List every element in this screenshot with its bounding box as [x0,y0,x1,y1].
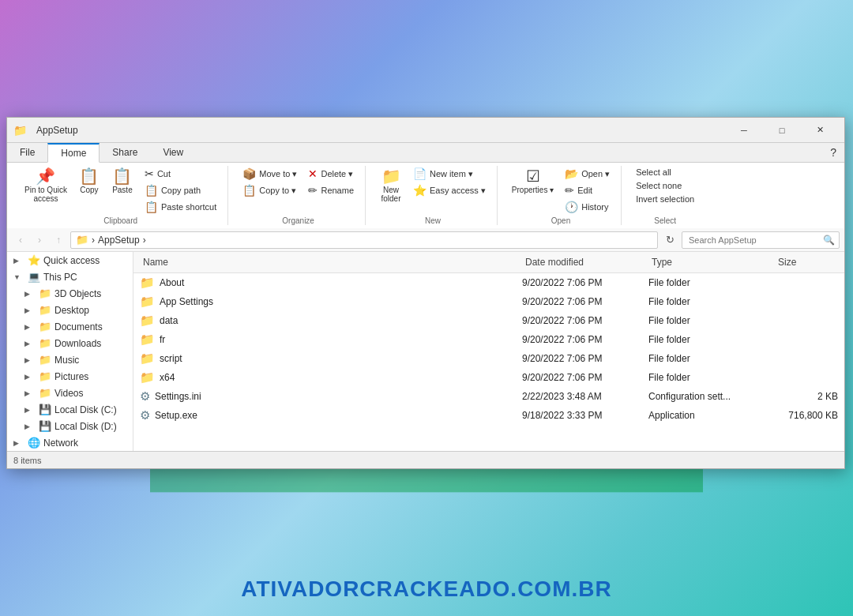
forward-button[interactable]: › [31,231,48,249]
open-label: Open ▾ [581,169,610,179]
clipboard-small-buttons: ✂ Cut 📋 Copy path 📋 Paste shortcut [140,166,221,215]
file-row[interactable]: 📁 App Settings 9/20/2022 7:06 PM File fo… [133,292,844,311]
nav-item-documents[interactable]: ▶ 📁 Documents [7,318,133,335]
delete-icon: ✕ [308,167,318,180]
copy-to-label: Copy to ▾ [259,186,296,196]
select-all-label: Select all [636,167,671,177]
col-name[interactable]: Name [140,255,522,269]
edit-button[interactable]: ✏ Edit [560,182,614,198]
col-date[interactable]: Date modified [522,255,648,269]
pin-quick-access-button[interactable]: 📌 Pin to Quickaccess [20,166,72,205]
music-label: Music [54,355,79,366]
nav-item-this-pc[interactable]: ▼ 💻 This PC [7,269,133,285]
ribbon-group-organize: 📦 Move to ▾ 📋 Copy to ▾ ✕ Delete ▾ ✏ [231,166,366,225]
select-buttons: Select all Select none Invert selection [631,166,699,215]
address-bar[interactable]: 📁 › AppSetup › [70,231,658,249]
watermark-text: ATIVADORCRACKEADO.COM.BR [241,577,611,601]
pictures-icon: 📁 [39,370,51,382]
file-type: File folder [648,315,775,326]
local-disk-d-label: Local Disk (D:) [54,421,117,432]
open-icon: 📂 [565,167,578,180]
file-row[interactable]: 📁 fr 9/20/2022 7:06 PM File folder [133,330,844,349]
file-row[interactable]: 📁 x64 9/20/2022 7:06 PM File folder [133,368,844,387]
nav-item-local-disk-d[interactable]: ▶ 💾 Local Disk (D:) [7,418,133,434]
paste-button[interactable]: 📋 Paste [107,166,138,197]
maximize-button[interactable]: □ [764,119,800,141]
file-type: File folder [648,372,775,383]
invert-selection-button[interactable]: Invert selection [631,193,699,205]
cut-button[interactable]: ✂ Cut [140,166,221,182]
new-buttons: 📁 Newfolder 📄 New item ▾ ⭐ Easy access ▾ [375,166,490,215]
invert-selection-label: Invert selection [636,194,694,204]
new-folder-button[interactable]: 📁 Newfolder [375,166,407,205]
nav-item-music[interactable]: ▶ 📁 Music [7,351,133,368]
status-bar: 8 items [7,451,844,468]
organize-small-buttons2: ✕ Delete ▾ ✏ Rename [303,166,359,198]
rename-label: Rename [321,186,354,195]
nav-item-pictures[interactable]: ▶ 📁 Pictures [7,368,133,385]
close-button[interactable]: ✕ [802,119,838,141]
this-pc-expand: ▼ [13,273,24,281]
file-row[interactable]: ⚙ Settings.ini 2/22/2023 3:48 AM Configu… [133,387,844,406]
edit-icon: ✏ [565,184,574,197]
file-row[interactable]: 📁 About 9/20/2022 7:06 PM File folder [133,273,844,292]
file-name: script [160,353,182,364]
select-all-button[interactable]: Select all [631,166,699,178]
tab-share[interactable]: Share [100,143,150,162]
network-expand: ▶ [13,439,24,447]
nav-item-local-disk-c[interactable]: ▶ 💾 Local Disk (C:) [7,401,133,418]
new-item-label: New item ▾ [430,169,473,179]
col-size[interactable]: Size [775,255,838,269]
help-button[interactable]: ? [822,143,844,162]
quick-access-icon: ⭐ [28,254,40,266]
nav-item-videos[interactable]: ▶ 📁 Videos [7,385,133,401]
new-item-button[interactable]: 📄 New item ▾ [408,166,490,182]
file-row[interactable]: 📁 data 9/20/2022 7:06 PM File folder [133,311,844,330]
file-type: Configuration sett... [648,391,775,402]
minimize-button[interactable]: ─ [726,119,762,141]
open-button[interactable]: 📂 Open ▾ [560,166,614,182]
tab-home[interactable]: Home [47,143,100,163]
ribbon-group-open: ☑ Properties ▾ 📂 Open ▾ ✏ Edit 🕐 History [501,166,622,225]
tab-view[interactable]: View [150,143,196,162]
file-date: 9/20/2022 7:06 PM [522,277,648,288]
refresh-button[interactable]: ↻ [661,231,678,249]
new-folder-icon: 📁 [381,168,401,184]
nav-item-3d-objects[interactable]: ▶ 📁 3D Objects [7,285,133,302]
copy-path-button[interactable]: 📋 Copy path [140,182,221,198]
nav-item-network[interactable]: ▶ 🌐 Network [7,434,133,451]
this-pc-label: This PC [43,272,77,283]
music-expand: ▶ [24,356,36,364]
file-row[interactable]: 📁 script 9/20/2022 7:06 PM File folder [133,349,844,368]
back-button[interactable]: ‹ [12,231,29,249]
copy-to-button[interactable]: 📋 Copy to ▾ [238,182,302,198]
nav-item-downloads[interactable]: ▶ 📁 Downloads [7,335,133,351]
search-input[interactable] [682,231,840,249]
downloads-icon: 📁 [39,337,51,349]
easy-access-icon: ⭐ [413,184,426,197]
nav-item-desktop[interactable]: ▶ 📁 Desktop [7,302,133,318]
explorer-window: 📁 AppSetup ─ □ ✕ File Home Share View ? … [6,117,845,469]
select-none-button[interactable]: Select none [631,179,699,192]
tab-file[interactable]: File [7,143,47,162]
rename-button[interactable]: ✏ Rename [303,182,359,198]
properties-button[interactable]: ☑ Properties ▾ [507,166,558,197]
file-row[interactable]: ⚙ Setup.exe 9/18/2022 3:33 PM Applicatio… [133,406,844,425]
properties-icon: ☑ [526,168,540,184]
col-type[interactable]: Type [648,255,775,269]
nav-item-quick-access[interactable]: ▶ ⭐ Quick access [7,252,133,269]
music-icon: 📁 [39,354,51,366]
up-button[interactable]: ↑ [50,231,67,249]
desktop-label: Desktop [54,305,89,316]
move-to-button[interactable]: 📦 Move to ▾ [238,166,302,182]
local-disk-d-expand: ▶ [24,423,36,430]
select-small-buttons: Select all Select none Invert selection [631,166,699,205]
copy-button[interactable]: 📋 Copy [73,166,105,197]
file-name-cell: 📁 App Settings [140,295,522,309]
file-name: Settings.ini [155,391,201,402]
file-name: About [160,277,184,288]
delete-button[interactable]: ✕ Delete ▾ [303,166,359,182]
paste-shortcut-button[interactable]: 📋 Paste shortcut [140,199,221,215]
easy-access-button[interactable]: ⭐ Easy access ▾ [408,182,490,198]
history-button[interactable]: 🕐 History [560,199,614,215]
